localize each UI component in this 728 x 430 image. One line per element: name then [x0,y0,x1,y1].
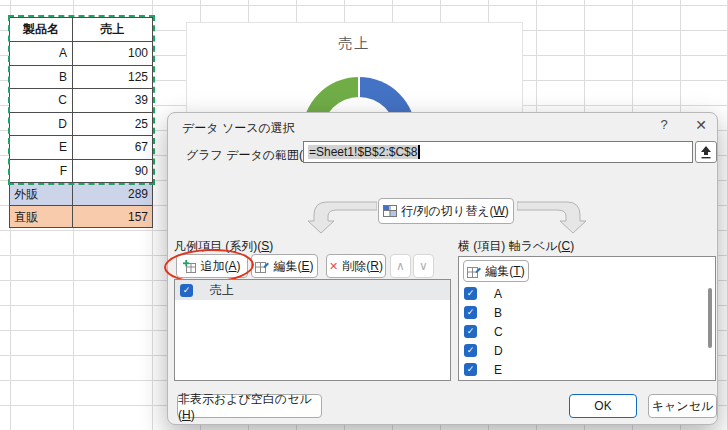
move-up-button[interactable]: ∧ [390,254,411,278]
axis-list-item[interactable]: ✓ C [459,322,715,341]
table-row: C 39 [10,89,153,113]
checkbox-checked-icon[interactable]: ✓ [464,363,477,376]
chart-data-range-label: グラフ データの範囲(D): [186,147,319,164]
delete-x-icon: ✕ [329,260,338,273]
edit-button-label: 編集(E) [273,258,313,275]
table-row-gaihan: 外販 289 [10,183,153,206]
cell-sales[interactable]: 125 [73,66,153,90]
text-caret [418,145,420,159]
cell-product[interactable]: F [10,160,73,184]
curved-arrow-left-icon [307,197,377,235]
series-list: ✓ 売上 [174,279,451,381]
cell-sales[interactable]: 90 [73,160,153,184]
checkbox-checked-icon[interactable]: ✓ [180,284,193,297]
axis-labels-label: 横 (項目) 軸ラベル(C) [458,238,574,255]
add-series-button[interactable]: 追加(A) [176,254,248,278]
table-row: A 100 [10,42,153,66]
axis-labels-box: 編集(T) ✓ A ✓ B ✓ C ✓ D [458,256,716,381]
header-cell-product[interactable]: 製品名 [10,18,73,42]
header-cell-sales[interactable]: 売上 [73,18,153,42]
curved-arrow-right-icon [517,197,587,235]
cell-sales[interactable]: 100 [73,42,153,66]
checkbox-checked-icon[interactable]: ✓ [464,306,477,319]
chevron-down-icon: ∨ [419,259,428,273]
delete-series-button[interactable]: ✕ 削除(R) [326,254,386,278]
table-row-chokuhan: 直販 157 [10,206,153,228]
cell-product[interactable]: D [10,113,73,137]
cell-sales[interactable]: 157 [73,206,153,228]
chart-area[interactable]: 売上 [186,22,523,122]
range-select-icon [700,145,712,159]
cell-channel[interactable]: 外販 [10,183,73,206]
table-edit-icon [255,260,269,273]
range-value-selected-text: =Sheet1!$B$2:$C$8 [308,145,418,159]
chart-title: 売上 [187,35,522,53]
add-button-label: 追加(A) [200,258,240,275]
close-icon[interactable]: ✕ [692,116,710,134]
hidden-cells-label: 非表示および空白のセル(H) [178,391,321,422]
table-add-icon [183,260,196,273]
edit-series-button[interactable]: 編集(E) [251,254,318,278]
cell-sales[interactable]: 289 [73,183,153,206]
table-row: F 90 [10,160,153,184]
excel-workspace: 売上 製品名 売上 A 100 B 125 C 39 D 25 E 67 [0,0,728,430]
axis-item-label: A [494,287,502,301]
ok-button[interactable]: OK [569,394,637,418]
checkbox-checked-icon[interactable]: ✓ [464,287,477,300]
cell-product[interactable]: B [10,66,73,90]
table-row: E 67 [10,136,153,160]
table-header-row: 製品名 売上 [10,18,153,42]
axis-edit-button-label: 編集(T) [485,263,524,280]
axis-list-item[interactable]: ✓ A [459,284,715,303]
dialog-title: データ ソースの選択 [182,120,295,137]
cell-product[interactable]: A [10,42,73,66]
cell-sales[interactable]: 67 [73,136,153,160]
checkbox-checked-icon[interactable]: ✓ [464,325,477,338]
axis-item-label: D [494,344,503,358]
data-table: 製品名 売上 A 100 B 125 C 39 D 25 E 67 F 90 外… [9,17,153,228]
axis-list-item[interactable]: ✓ B [459,303,715,322]
collapse-dialog-button[interactable] [695,141,717,163]
checkbox-checked-icon[interactable]: ✓ [464,344,477,357]
cell-product[interactable]: C [10,89,73,113]
axis-items: ✓ A ✓ B ✓ C ✓ D ✓ E [459,284,715,379]
cell-sales[interactable]: 39 [73,89,153,113]
axis-item-label: C [494,325,503,339]
hidden-empty-cells-button[interactable]: 非表示および空白のセル(H) [177,394,322,418]
series-item-label: 売上 [210,282,234,299]
table-row: B 125 [10,66,153,90]
series-list-item[interactable]: ✓ 売上 [175,280,450,300]
switch-table-icon [383,205,397,217]
cancel-button[interactable]: キャンセル [648,394,717,418]
axis-item-label: B [494,306,502,320]
move-down-button[interactable]: ∨ [413,254,434,278]
chart-data-range-input[interactable]: =Sheet1!$B$2:$C$8 [303,141,693,163]
edit-axis-labels-button[interactable]: 編集(T) [463,260,529,282]
scrollbar-thumb[interactable] [708,288,712,348]
axis-item-label: E [494,363,502,377]
axis-list-item[interactable]: ✓ E [459,360,715,379]
table-row: D 25 [10,113,153,137]
chevron-up-icon: ∧ [396,259,405,273]
select-data-source-dialog: データ ソースの選択 ? ✕ グラフ データの範囲(D): =Sheet1!$B… [167,112,718,425]
switch-button-label: 行/列の切り替え(W) [401,203,509,220]
cell-sales[interactable]: 25 [73,113,153,137]
delete-button-label: 削除(R) [342,258,383,275]
cell-channel[interactable]: 直販 [10,206,73,228]
cell-product[interactable]: E [10,136,73,160]
axis-list-item[interactable]: ✓ D [459,341,715,360]
help-icon[interactable]: ? [655,116,673,134]
table-edit-icon [467,265,481,278]
switch-row-column-button[interactable]: 行/列の切り替え(W) [378,198,514,224]
legend-entries-label: 凡例項目 (系列)(S) [174,238,273,255]
